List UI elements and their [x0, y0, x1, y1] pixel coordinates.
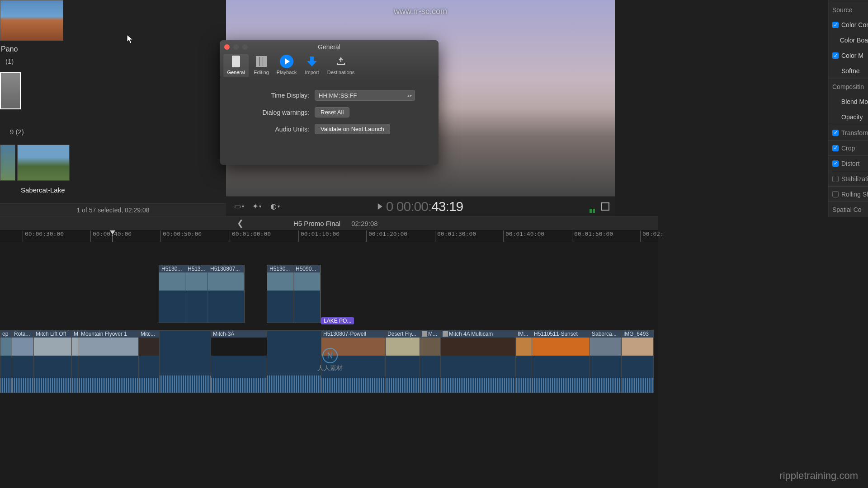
- inspector-row-color-board[interactable]: Color Boa: [829, 33, 868, 48]
- clip-thumbnail: [293, 272, 320, 291]
- retime-tool-icon[interactable]: ◐▾: [270, 202, 279, 211]
- prefs-titlebar[interactable]: General General Editing Playback Import …: [220, 40, 439, 77]
- primary-clip[interactable]: IMG_6493: [621, 330, 654, 393]
- ruler-tick: 00:00:50:00: [160, 230, 202, 242]
- back-chevron-icon[interactable]: ❮: [237, 218, 244, 228]
- primary-clip[interactable]: IM...: [515, 330, 532, 393]
- tab-editing[interactable]: Editing: [249, 54, 274, 77]
- thumb-lake-b[interactable]: [17, 145, 70, 181]
- primary-clip[interactable]: H5110511-Sunset: [532, 330, 590, 393]
- primary-clip[interactable]: M...: [420, 330, 440, 393]
- tab-destinations[interactable]: Destinations: [325, 54, 357, 77]
- connected-clip[interactable]: H5130...: [159, 265, 185, 323]
- primary-clip[interactable]: M: [71, 330, 79, 393]
- ruler-tick: 00:01:40:00: [503, 230, 544, 242]
- clip-audio: [532, 356, 590, 393]
- checkbox-on-icon[interactable]: ✓: [832, 160, 839, 167]
- inspector-section-stabilization[interactable]: Stabilizati: [829, 171, 868, 186]
- timecode-active: 43:19: [431, 199, 463, 214]
- clip-label: IM...: [516, 330, 532, 338]
- enhance-tool-icon[interactable]: ✦▾: [252, 202, 261, 211]
- primary-clip[interactable]: Mitch-3A: [211, 330, 267, 393]
- fullscreen-icon[interactable]: [601, 202, 609, 211]
- primary-clip[interactable]: Saberca...: [590, 330, 621, 393]
- primary-clip[interactable]: Mitc...: [138, 330, 159, 393]
- tab-general[interactable]: General: [223, 54, 249, 77]
- clip-audio: [159, 291, 185, 323]
- primary-clip[interactable]: Mitch Lift Off: [33, 330, 71, 393]
- inspector-section-compositing: Compositin: [829, 79, 868, 94]
- primary-clip[interactable]: Rota...: [12, 330, 33, 393]
- clip-label: Saberca...: [590, 330, 621, 338]
- inspector-section-distort[interactable]: ✓Distort: [829, 155, 868, 171]
- editing-icon: [256, 56, 267, 67]
- prefs-title: General: [220, 43, 439, 51]
- inspector-section-transform[interactable]: ✓Transform: [829, 125, 868, 140]
- playback-icon: [280, 55, 293, 68]
- inspector-row-color-mask[interactable]: ✓Color M: [829, 48, 868, 63]
- clip-label: IMG_6493: [622, 330, 653, 338]
- primary-clip[interactable]: Mitch 4A Multicam: [440, 330, 515, 393]
- multicam-icon: [422, 331, 427, 337]
- clip-audio: [386, 356, 420, 393]
- connected-clip-group-2[interactable]: H5130...H5090...: [267, 265, 321, 323]
- primary-clip[interactable]: Desert Fly...: [385, 330, 420, 393]
- multicam-icon: [443, 331, 448, 337]
- inspector-row-blend-mode[interactable]: Blend Mo: [829, 94, 868, 109]
- category-count-1: (1): [5, 57, 14, 65]
- primary-clip[interactable]: Mountain Flyover 1: [79, 330, 138, 393]
- thumb-pano[interactable]: [0, 0, 63, 41]
- connected-clip-group-1[interactable]: H5130...H513...H5130807...: [159, 265, 245, 323]
- connected-clip[interactable]: H5090...: [293, 265, 321, 323]
- clip-label: Desert Fly...: [386, 330, 420, 338]
- audio-meter[interactable]: [590, 209, 595, 213]
- time-display-select[interactable]: HH:MM:SS:FF▴▾: [315, 90, 415, 101]
- timeline-ruler[interactable]: 00:00:30:0000:00:40:0000:00:50:0000:01:0…: [0, 230, 658, 242]
- project-name: H5 Promo Final: [293, 220, 340, 227]
- thumb-lake-a[interactable]: [0, 145, 15, 181]
- checkbox-off-icon[interactable]: [832, 176, 839, 182]
- inspector-section-spatial: Spatial Co: [829, 202, 868, 217]
- title-clip[interactable]: LAKE PO...: [321, 317, 354, 324]
- clip-audio: [139, 356, 159, 393]
- clip-audio: [516, 356, 532, 393]
- clip-audio: [34, 356, 71, 393]
- inspector-row-opacity[interactable]: Opacity: [829, 109, 868, 125]
- checkbox-on-icon[interactable]: ✓: [832, 130, 839, 136]
- checkbox-on-icon[interactable]: ✓: [832, 22, 839, 28]
- connected-clip[interactable]: H5130...: [267, 265, 293, 323]
- clip-label: H5130807-Powell: [321, 330, 385, 338]
- clip-thumbnail: [590, 338, 621, 356]
- connected-clip[interactable]: H5130807...: [208, 265, 244, 323]
- connected-clip[interactable]: H513...: [185, 265, 208, 323]
- clip-thumbnail: [516, 338, 532, 356]
- ruler-tick: 00:01:30:00: [435, 230, 476, 242]
- inspector-section-crop[interactable]: ✓Crop: [829, 140, 868, 155]
- clip-label: H5110511-Sunset: [532, 330, 590, 338]
- checkbox-on-icon[interactable]: ✓: [832, 145, 839, 151]
- inspector-row-softness[interactable]: Softne: [829, 63, 868, 79]
- clip-label: H5130...: [267, 265, 293, 272]
- clip-audio: [160, 349, 211, 393]
- category-count-2: 9 (2): [10, 128, 24, 136]
- clip-audio: [185, 291, 208, 323]
- checkbox-on-icon[interactable]: ✓: [832, 52, 839, 59]
- clip-thumbnail: [79, 338, 138, 356]
- checkbox-off-icon[interactable]: [832, 191, 839, 197]
- tab-import[interactable]: Import: [299, 54, 325, 77]
- inspector-section-rolling-shutter[interactable]: Rolling Sh: [829, 186, 868, 202]
- chevron-updown-icon: ▴▾: [407, 93, 412, 98]
- crop-tool-icon[interactable]: ▭▾: [234, 202, 243, 211]
- tab-playback[interactable]: Playback: [274, 54, 299, 77]
- thumb-selected[interactable]: [0, 72, 21, 109]
- clip-label-lake: Sabercat-Lake: [21, 186, 65, 194]
- reset-all-button[interactable]: Reset All: [315, 107, 349, 117]
- primary-clip[interactable]: [159, 330, 211, 393]
- play-icon[interactable]: [378, 203, 382, 210]
- primary-clip[interactable]: ep: [0, 330, 12, 393]
- browser-status-bar: 1 of 57 selected, 02:29:08: [0, 203, 226, 216]
- inspector-row-color-correction[interactable]: ✓Color Corr: [829, 17, 868, 33]
- validate-audio-button[interactable]: Validate on Next Launch: [315, 124, 390, 134]
- clip-label: M: [72, 330, 79, 338]
- timecode-display[interactable]: 0 00:00:43:19: [378, 198, 463, 214]
